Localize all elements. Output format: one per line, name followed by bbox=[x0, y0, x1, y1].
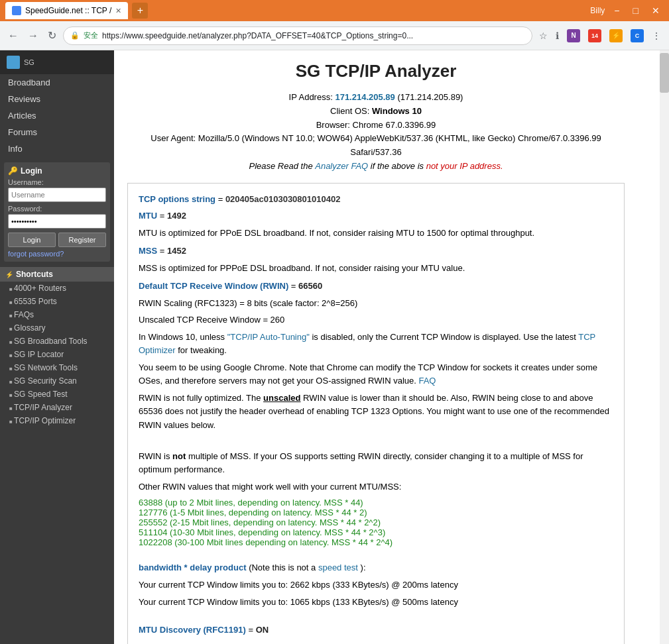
sidebar-item-articles[interactable]: Articles bbox=[0, 107, 114, 124]
autotuning-link[interactable]: "TCP/IP Auto-Tuning" bbox=[227, 332, 310, 342]
forward-button[interactable]: → bbox=[25, 27, 41, 44]
url-bar[interactable]: 🔒 安全 https://www.speedguide.net/analyzer… bbox=[63, 27, 532, 45]
tcp-string-value: 020405ac0103030801010402 bbox=[225, 194, 341, 204]
scrollbar-thumb[interactable] bbox=[660, 53, 669, 93]
sidebar-item-info[interactable]: Info bbox=[0, 140, 114, 157]
url-text: https://www.speedguide.net/analyzer.php?… bbox=[102, 31, 525, 40]
mtu-label: MTU bbox=[139, 211, 157, 221]
rwin-row: Default TCP Receive Window (RWIN) = 6656… bbox=[139, 280, 613, 293]
autotuning-text1: In Windows 10, unless bbox=[139, 332, 225, 342]
bdp-note: (Note this is not a bbox=[249, 563, 316, 572]
ip-address-link[interactable]: 171.214.205.89 bbox=[335, 92, 395, 102]
titlebar-right: Billy − □ ✕ bbox=[590, 4, 664, 17]
back-button[interactable]: ← bbox=[5, 27, 21, 44]
page-title: SG TCP/IP Analyzer bbox=[127, 61, 625, 81]
minimize-button[interactable]: − bbox=[610, 4, 623, 17]
ext2-button[interactable]: 14 bbox=[585, 27, 604, 45]
menu-button[interactable]: ⋮ bbox=[649, 28, 664, 44]
tcp-string-row: TCP options string = 020405ac01030308010… bbox=[139, 193, 613, 206]
shortcuts-icon: ⚡ bbox=[5, 271, 13, 278]
login-button[interactable]: Login bbox=[8, 233, 56, 247]
mtu-note: MTU is optimized for PPoE DSL broadband.… bbox=[139, 228, 534, 238]
bdp-para: bandwidth * delay product (Note this is … bbox=[139, 561, 613, 574]
mss-note: MSS is optimized for PPPoE DSL broadband… bbox=[139, 263, 465, 273]
login-box: 🔑 Login Username: Password: Login Regist… bbox=[4, 162, 110, 262]
reader-button[interactable]: ℹ bbox=[553, 28, 562, 44]
speed-test-link[interactable]: speed test bbox=[318, 563, 358, 572]
login-icon: 🔑 bbox=[8, 166, 18, 176]
tab-title: SpeedGuide.net :: TCP / bbox=[25, 6, 111, 15]
shortcut-routers[interactable]: 4000+ Routers bbox=[0, 282, 114, 295]
faq-link[interactable]: FAQ bbox=[418, 376, 436, 386]
client-os-value: Windows 10 bbox=[372, 106, 422, 116]
client-os-line: Client OS: Windows 10 bbox=[127, 105, 625, 119]
shortcut-faqs[interactable]: FAQs bbox=[0, 308, 114, 321]
shortcut-tcpip-analyzer[interactable]: TCP/IP Analyzer bbox=[0, 401, 114, 414]
content-area[interactable]: SG TCP/IP Analyzer IP Address: 171.214.2… bbox=[114, 50, 660, 644]
rwin-not-multiple-para: RWIN is not multiple of MSS. If your OS … bbox=[139, 450, 613, 476]
page-content: SG TCP/IP Analyzer IP Address: 171.214.2… bbox=[114, 50, 638, 644]
mss-value: 1452 bbox=[167, 246, 186, 256]
shortcut-network-tools[interactable]: SG Network Tools bbox=[0, 361, 114, 374]
username-label: Username: bbox=[8, 178, 106, 186]
autotuning-para: In Windows 10, unless "TCP/IP Auto-Tunin… bbox=[139, 331, 613, 357]
shortcut-ports[interactable]: 65535 Ports bbox=[0, 295, 114, 308]
read-note-line: Please Read the Analyzer FAQ if the abov… bbox=[127, 160, 625, 174]
shortcut-glossary[interactable]: Glossary bbox=[0, 321, 114, 335]
shortcuts-section: ⚡ Shortcuts 4000+ Routers 65535 Ports FA… bbox=[0, 267, 114, 427]
ip-plain: (171.214.205.89) bbox=[397, 92, 463, 102]
analyzer-faq-link[interactable]: Analyzer FAQ bbox=[315, 161, 368, 171]
bookmark-button[interactable]: ☆ bbox=[536, 28, 550, 44]
reload-button[interactable]: ↻ bbox=[45, 27, 59, 44]
mss-row: MSS = 1452 bbox=[139, 244, 613, 258]
shortcut-speed-test[interactable]: SG Speed Test bbox=[0, 388, 114, 401]
tab-favicon bbox=[12, 6, 21, 15]
rwin-value-4: 511104 (10-30 Mbit lines, depending on l… bbox=[139, 527, 613, 537]
ext1-button[interactable]: N bbox=[564, 27, 583, 45]
browser-label: Browser: bbox=[316, 120, 350, 130]
login-title: 🔑 Login bbox=[8, 166, 106, 176]
tcp-string-equals: = bbox=[218, 194, 225, 204]
shortcut-broadband-tools[interactable]: SG Broadband Tools bbox=[0, 335, 114, 348]
forgot-password-link[interactable]: forgot password? bbox=[8, 250, 106, 258]
rwin-value-5: 1022208 (30-100 Mbit lines depending on … bbox=[139, 537, 613, 547]
maximize-button[interactable]: □ bbox=[629, 4, 642, 17]
sidebar-item-forums[interactable]: Forums bbox=[0, 124, 114, 140]
shortcut-security-scan[interactable]: SG Security Scan bbox=[0, 374, 114, 388]
not-your-ip-text: not your IP address. bbox=[426, 161, 503, 171]
new-tab-button[interactable]: + bbox=[132, 3, 148, 19]
tab-close-button[interactable]: ✕ bbox=[115, 7, 121, 15]
sidebar-item-broadband[interactable]: Broadband bbox=[0, 74, 114, 91]
sidebar: SG Broadband Reviews Articles Forums Inf… bbox=[0, 50, 114, 644]
logo-text: SG bbox=[24, 58, 34, 66]
sidebar-item-reviews[interactable]: Reviews bbox=[0, 91, 114, 107]
browser-tab[interactable]: SpeedGuide.net :: TCP / ✕ bbox=[5, 2, 128, 19]
sidebar-logo: SG bbox=[0, 50, 114, 74]
user-agent-value: Mozilla/5.0 (Windows NT 10.0; WOW64) App… bbox=[198, 133, 601, 157]
password-input[interactable] bbox=[8, 214, 106, 229]
rwin-not-opt-1: RWIN is not fully optimized. The bbox=[139, 393, 261, 403]
tcp-window-200: Your current TCP Window limits you to: 2… bbox=[139, 580, 458, 590]
rwin-scaling-row: RWIN Scaling (RFC1323) = 8 bits (scale f… bbox=[139, 297, 613, 310]
shortcuts-title: ⚡ Shortcuts bbox=[0, 267, 114, 282]
if-above-text: if the above is bbox=[371, 161, 424, 171]
rwin-not-mult-prefix: RWIN is bbox=[139, 451, 170, 461]
close-button[interactable]: ✕ bbox=[648, 4, 664, 17]
shortcut-tcpip-optimizer[interactable]: TCP/IP Optimizer bbox=[0, 414, 114, 427]
rwin-unscaled: Unscaled TCP Receive Window = 260 bbox=[139, 315, 284, 325]
register-button[interactable]: Register bbox=[58, 233, 106, 247]
not-text: not bbox=[172, 451, 186, 461]
shortcut-ip-locator[interactable]: SG IP Locator bbox=[0, 348, 114, 361]
rwin-not-optimized-para: RWIN is not fully optimized. The unscale… bbox=[139, 392, 613, 431]
ext3-button[interactable]: ⚡ bbox=[607, 27, 625, 45]
user-name: Billy bbox=[590, 6, 605, 15]
scrollbar-track[interactable] bbox=[660, 50, 669, 644]
ext4-button[interactable]: C bbox=[628, 27, 646, 45]
addressbar: ← → ↻ 🔒 安全 https://www.speedguide.net/an… bbox=[0, 21, 669, 50]
titlebar: SpeedGuide.net :: TCP / ✕ + Billy − □ ✕ bbox=[0, 0, 669, 21]
username-input[interactable] bbox=[8, 188, 106, 202]
tcp-window-200-para: Your current TCP Window limits you to: 2… bbox=[139, 578, 613, 592]
password-label: Password: bbox=[8, 205, 106, 213]
tcp-string-label: TCP options string bbox=[139, 194, 215, 204]
mtu-row: MTU = 1492 bbox=[139, 209, 613, 223]
